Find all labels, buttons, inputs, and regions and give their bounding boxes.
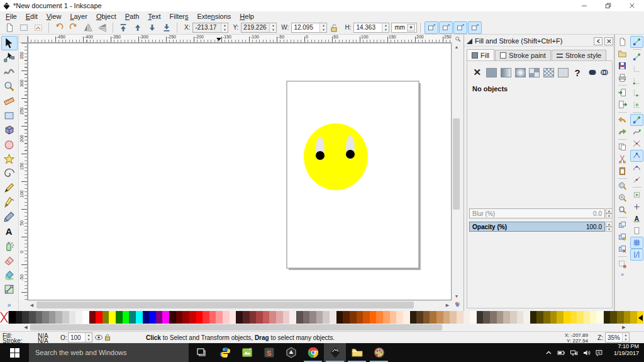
palette-swatch[interactable] (577, 311, 584, 324)
snap-path-intersections-button[interactable] (630, 138, 643, 150)
palette-swatch[interactable] (503, 311, 510, 324)
scroll-up-button[interactable]: ▲ (452, 43, 461, 51)
palette-swatch[interactable] (584, 311, 591, 324)
menu-view[interactable]: View (42, 13, 66, 20)
palette-swatch[interactable] (630, 311, 637, 324)
zoom-tool[interactable] (1, 79, 18, 94)
affect-rounded-corners-toggle[interactable] (439, 21, 453, 34)
fill-rule-nonzero-button[interactable] (587, 66, 597, 79)
palette-swatch[interactable] (256, 311, 263, 324)
vertical-scrollbar-thumb[interactable] (453, 118, 460, 210)
palette-swatch[interactable] (230, 311, 236, 324)
affect-patterns-toggle[interactable] (468, 21, 482, 34)
select-all-layers-button[interactable] (17, 21, 31, 34)
deselect-button[interactable] (31, 21, 45, 34)
snap-nodes-button[interactable] (630, 114, 643, 126)
eraser-tool[interactable] (1, 253, 18, 268)
snap-cusp-nodes-button[interactable] (630, 150, 643, 162)
palette-swatch[interactable] (162, 311, 169, 324)
palette-swatch[interactable] (196, 311, 203, 324)
palette-swatch[interactable] (416, 311, 423, 324)
opacity-statusbar-spinner[interactable]: ▲▼ (85, 333, 92, 342)
lock-ratio-icon[interactable] (329, 23, 339, 33)
snap-grid-button[interactable] (630, 237, 643, 249)
y-field-spinner[interactable]: ▲▼ (269, 23, 276, 32)
snap-guides-button[interactable] (630, 249, 643, 261)
task-view-button[interactable] (189, 343, 214, 362)
palette-scroll-left[interactable]: ◀ (22, 324, 30, 331)
blur-spinner[interactable]: ▲▼ (606, 208, 613, 218)
palette-swatch[interactable] (216, 311, 223, 324)
palette-swatch[interactable] (75, 311, 82, 324)
snap-line-midpoints-button[interactable] (630, 174, 643, 186)
palette-swatch[interactable] (336, 311, 343, 324)
undo-button[interactable] (616, 114, 629, 126)
star-tool[interactable] (1, 152, 18, 166)
zoom-to-page-button[interactable] (616, 204, 629, 216)
scroll-right-button[interactable]: ▶ (443, 301, 452, 309)
palette-swatch[interactable] (269, 311, 276, 324)
palette-swatch[interactable] (42, 311, 49, 324)
palette-swatch[interactable] (116, 311, 123, 324)
tab-stroke-paint[interactable]: Stroke paint (495, 50, 551, 60)
pattern-button[interactable] (528, 66, 541, 79)
palette-scrollbar-thumb[interactable] (30, 324, 442, 331)
w-field[interactable]: 12.095▲▼ (291, 23, 327, 33)
taskbar-inkscape[interactable] (324, 343, 346, 362)
palette-swatch[interactable] (283, 311, 290, 324)
toolbox-overflow[interactable]: » (8, 302, 11, 308)
zoom-to-drawing-button[interactable] (616, 192, 629, 204)
palette-swatch[interactable] (143, 311, 150, 324)
palette-swatch[interactable] (156, 311, 163, 324)
palette-swatch[interactable] (597, 311, 604, 324)
palette-swatch[interactable] (236, 311, 243, 324)
palette-swatch[interactable] (109, 311, 116, 324)
affect-gradients-toggle[interactable] (453, 21, 467, 34)
flip-horizontal-button[interactable] (81, 21, 95, 34)
palette-swatch[interactable] (96, 311, 103, 324)
zoom-to-selection-button[interactable] (616, 180, 629, 192)
palette-swatch[interactable] (323, 311, 330, 324)
spray-tool[interactable] (1, 239, 18, 253)
lower-to-bottom-button[interactable] (160, 21, 174, 34)
swatch-button[interactable] (543, 66, 555, 79)
snap-smooth-nodes-button[interactable] (630, 162, 643, 174)
fill-rule-evenodd-button[interactable] (599, 66, 609, 79)
affect-stroke-width-toggle[interactable] (425, 21, 438, 34)
palette-swatch[interactable] (62, 311, 69, 324)
taskbar-paint[interactable] (368, 343, 390, 362)
palette-swatch[interactable] (29, 311, 36, 324)
rotate-cw-button[interactable] (67, 21, 80, 34)
palette-swatch[interactable] (450, 311, 457, 324)
sticky-zoom-button[interactable] (452, 35, 464, 43)
gradient-tool[interactable] (1, 282, 18, 297)
palette-swatch[interactable] (376, 311, 383, 324)
tweak-tool[interactable] (1, 65, 18, 79)
palette-swatch[interactable] (557, 311, 564, 324)
import-button[interactable] (616, 87, 629, 99)
right-pupil[interactable] (346, 150, 355, 159)
units-dropdown[interactable]: mm▼ (391, 23, 417, 33)
palette-swatch[interactable] (203, 311, 209, 324)
create-clone-button[interactable] (616, 231, 629, 243)
snap-bbox-centers-button[interactable] (630, 99, 643, 111)
node-editor-tool[interactable] (1, 50, 18, 65)
menu-edit[interactable]: Edit (21, 13, 42, 20)
linear-gradient-button[interactable] (500, 66, 513, 79)
menu-text[interactable]: Text (143, 13, 165, 20)
ellipse-tool[interactable] (1, 137, 18, 152)
palette-swatch[interactable] (276, 311, 283, 324)
palette-swatch[interactable] (103, 311, 109, 324)
palette-swatch[interactable] (22, 311, 29, 324)
swatch-no-color[interactable] (0, 311, 9, 324)
tab-stroke-style[interactable]: Stroke style (552, 50, 606, 60)
tray-volume[interactable] (580, 343, 592, 362)
x-field-spinner[interactable]: ▲▼ (221, 23, 228, 32)
menu-filters[interactable]: Filters (165, 13, 193, 20)
palette-swatch[interactable] (182, 311, 189, 324)
search-input[interactable]: Search the web and Windows (29, 343, 189, 362)
calligraphy-tool[interactable] (1, 210, 18, 224)
w-field-spinner[interactable]: ▲▼ (319, 23, 326, 32)
snap-bbox-corners-button[interactable] (630, 75, 643, 87)
scroll-down-button[interactable]: ▼ (452, 292, 461, 300)
